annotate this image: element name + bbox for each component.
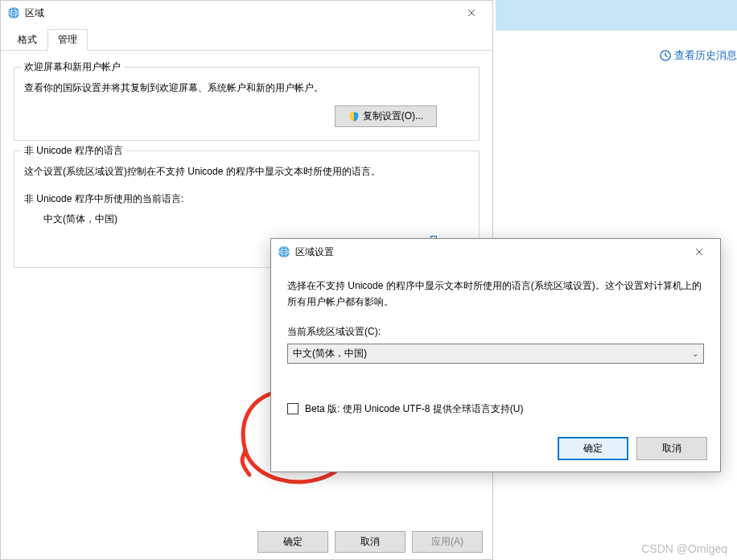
current-lang-value: 中文(简体，中国) (43, 212, 469, 226)
history-link[interactable]: 查看历史消息 (660, 48, 737, 63)
background-strip (496, 0, 737, 31)
welcome-group-title: 欢迎屏幕和新用户帐户 (21, 60, 124, 74)
dialog-buttons: 确定 取消 应用(A) (1, 525, 492, 559)
close-button[interactable] (453, 1, 489, 25)
welcome-group: 欢迎屏幕和新用户帐户 查看你的国际设置并将其复制到欢迎屏幕、系统帐户和新的用户帐… (14, 67, 480, 141)
modal-buttons: 确定 取消 (271, 429, 720, 471)
modal-content: 选择在不支持 Unicode 的程序中显示文本时所使用的语言(系统区域设置)。这… (271, 265, 720, 429)
current-lang-label: 非 Unicode 程序中所使用的当前语言: (24, 192, 469, 206)
shield-icon (348, 111, 360, 122)
tab-admin[interactable]: 管理 (47, 29, 88, 51)
globe-icon (278, 245, 290, 258)
locale-dialog: 区域设置 选择在不支持 Unicode 的程序中显示文本时所使用的语言(系统区域… (270, 238, 721, 472)
nonunicode-group-title: 非 Unicode 程序的语言 (21, 144, 126, 158)
globe-icon (7, 6, 20, 19)
tab-bar: 格式 管理 (1, 25, 492, 51)
clock-icon (660, 50, 671, 61)
modal-desc: 选择在不支持 Unicode 的程序中显示文本时所使用的语言(系统区域设置)。这… (287, 278, 704, 311)
chevron-down-icon: ⌄ (692, 349, 698, 358)
ok-button[interactable]: 确定 (257, 531, 328, 553)
modal-close-button[interactable] (681, 240, 717, 264)
history-link-text: 查看历史消息 (674, 48, 737, 63)
locale-value: 中文(简体，中国) (293, 347, 367, 360)
apply-button[interactable]: 应用(A) (412, 531, 483, 553)
locale-dropdown[interactable]: 中文(简体，中国) ⌄ (287, 344, 704, 364)
beta-utf8-row[interactable]: Beta 版: 使用 Unicode UTF-8 提供全球语言支持(U) (287, 402, 704, 416)
nonunicode-group-desc: 这个设置(系统区域设置)控制在不支持 Unicode 的程序中显示文本时所使用的… (24, 164, 469, 179)
copy-settings-button[interactable]: 复制设置(O)... (335, 105, 437, 127)
close-icon (695, 248, 703, 256)
beta-utf8-label: Beta 版: 使用 Unicode UTF-8 提供全球语言支持(U) (305, 402, 523, 416)
window-title: 区域 (25, 6, 453, 20)
modal-title: 区域设置 (295, 245, 681, 259)
close-icon (467, 9, 476, 17)
beta-utf8-checkbox[interactable] (287, 403, 299, 414)
cancel-button[interactable]: 取消 (335, 531, 406, 553)
title-bar: 区域 (1, 1, 492, 25)
welcome-group-desc: 查看你的国际设置并将其复制到欢迎屏幕、系统帐户和新的用户帐户。 (24, 80, 469, 96)
tab-format[interactable]: 格式 (7, 29, 47, 51)
copy-settings-label: 复制设置(O)... (363, 109, 423, 123)
modal-ok-button[interactable]: 确定 (558, 437, 628, 460)
locale-label: 当前系统区域设置(C): (287, 325, 704, 339)
modal-title-bar: 区域设置 (271, 239, 720, 265)
modal-cancel-button[interactable]: 取消 (636, 437, 707, 460)
watermark: CSDN @Omigeq (641, 542, 727, 555)
